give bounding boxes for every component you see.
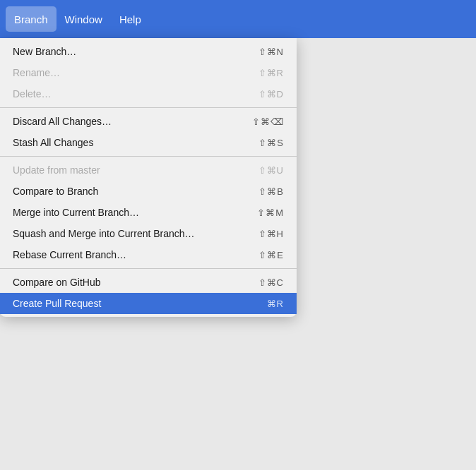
menu-item-shortcut-create-pull-request: ⌘R <box>267 299 284 309</box>
menu-item-compare-on-github[interactable]: Compare on GitHub⇧⌘C <box>0 272 297 293</box>
menu-item-merge-into-current[interactable]: Merge into Current Branch…⇧⌘M <box>0 202 297 223</box>
menu-item-label-compare-to-branch: Compare to Branch <box>13 186 98 197</box>
menu-item-shortcut-discard-all: ⇧⌘⌫ <box>252 116 284 127</box>
menu-item-shortcut-merge-into-current: ⇧⌘M <box>257 207 284 218</box>
menu-item-shortcut-rename: ⇧⌘R <box>258 68 284 78</box>
menu-item-delete: Delete…⇧⌘D <box>0 83 297 104</box>
menu-item-shortcut-compare-on-github: ⇧⌘C <box>258 277 284 288</box>
menu-item-label-delete: Delete… <box>13 88 51 100</box>
menu-item-shortcut-update-from-master: ⇧⌘U <box>258 165 284 176</box>
menu-separator-rebase-current <box>0 268 297 269</box>
menu-item-shortcut-new-branch: ⇧⌘N <box>258 47 284 57</box>
menu-item-discard-all[interactable]: Discard All Changes…⇧⌘⌫ <box>0 111 297 132</box>
menu-item-shortcut-stash-all: ⇧⌘S <box>258 138 284 148</box>
menu-item-create-pull-request[interactable]: Create Pull Request⌘R <box>0 293 297 314</box>
menu-item-shortcut-rebase-current: ⇧⌘E <box>258 250 284 260</box>
menu-item-label-update-from-master: Update from master <box>13 164 100 176</box>
menu-item-stash-all[interactable]: Stash All Changes⇧⌘S <box>0 132 297 153</box>
menu-item-shortcut-squash-merge: ⇧⌘H <box>258 229 284 239</box>
menu-item-label-create-pull-request: Create Pull Request <box>13 298 101 309</box>
menu-separator-stash-all <box>0 156 297 157</box>
menu-item-shortcut-delete: ⇧⌘D <box>258 89 284 100</box>
menu-item-rename: Rename…⇧⌘R <box>0 62 297 83</box>
menu-item-new-branch[interactable]: New Branch…⇧⌘N <box>0 41 297 62</box>
menu-item-label-squash-merge: Squash and Merge into Current Branch… <box>13 228 195 239</box>
menu-item-rebase-current[interactable]: Rebase Current Branch…⇧⌘E <box>0 244 297 265</box>
menu-bar: Branch Window Help <box>0 0 476 38</box>
menu-item-update-from-master: Update from master⇧⌘U <box>0 159 297 181</box>
branch-dropdown-menu: New Branch…⇧⌘NRename…⇧⌘RDelete…⇧⌘DDiscar… <box>0 38 297 317</box>
menu-item-label-new-branch: New Branch… <box>13 46 76 57</box>
menu-item-shortcut-compare-to-branch: ⇧⌘B <box>258 186 284 197</box>
menu-bar-help[interactable]: Help <box>111 6 150 32</box>
menu-item-label-rename: Rename… <box>13 67 60 78</box>
menu-bar-branch[interactable]: Branch <box>6 6 56 32</box>
menu-item-label-discard-all: Discard All Changes… <box>13 116 112 127</box>
menu-item-label-rebase-current: Rebase Current Branch… <box>13 249 126 260</box>
menu-item-squash-merge[interactable]: Squash and Merge into Current Branch…⇧⌘H <box>0 223 297 244</box>
menu-item-label-compare-on-github: Compare on GitHub <box>13 277 101 288</box>
menu-item-compare-to-branch[interactable]: Compare to Branch⇧⌘B <box>0 181 297 202</box>
menu-item-label-merge-into-current: Merge into Current Branch… <box>13 207 139 218</box>
menu-bar-window[interactable]: Window <box>56 6 111 32</box>
menu-item-label-stash-all: Stash All Changes <box>13 137 93 148</box>
menu-separator-delete <box>0 107 297 108</box>
